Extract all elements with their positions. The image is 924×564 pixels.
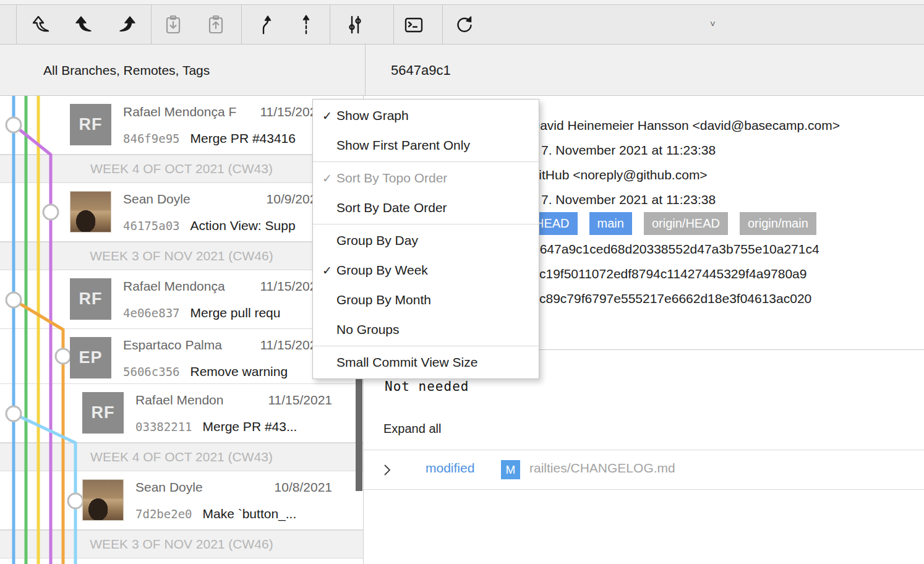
arrow-redo-icon[interactable] xyxy=(113,11,140,38)
commit-list: RFRafael Mendonça F11/15/2021846f9e95Mer… xyxy=(0,96,363,564)
toolbar-separator xyxy=(442,5,443,44)
menu-item-small-commit-view-size[interactable]: Small Commit View Size xyxy=(313,348,539,377)
week-group-header: WEEK 3 OF NOV 2021 (CW46) xyxy=(0,242,363,270)
menu-separator xyxy=(313,161,539,162)
week-group-header: WEEK 3 OF NOV 2021 (CW46) xyxy=(0,530,363,558)
arrow-undo-outline-icon[interactable] xyxy=(28,11,55,38)
commit-author-name: Rafael Mendonça xyxy=(123,279,225,294)
stash-icon[interactable] xyxy=(202,11,229,38)
week-group-header: WEEK 4 OF OCT 2021 (CW43) xyxy=(0,155,363,183)
file-row[interactable]: modified M railties/CHANGELOG.md xyxy=(364,450,924,490)
commit-row[interactable]: RFRafael Mendonça F11/15/2021846f9e95Mer… xyxy=(0,96,363,155)
commit-author: David Heinemeier Hansson <david@basecamp… xyxy=(531,118,840,133)
commit-short-hash: 846f9e95 xyxy=(123,132,180,145)
menu-separator xyxy=(313,224,539,224)
avatar-initials: RF xyxy=(70,278,111,320)
main-toolbar: ˅ xyxy=(0,5,924,45)
commit-author-name: Rafael Mendon xyxy=(135,393,223,408)
panel-divider xyxy=(365,45,366,95)
commit-row-line2: 46175a03Action View: Supp xyxy=(123,218,296,233)
avatar-initials: EP xyxy=(70,337,111,378)
commit-row-line2: 4e06e837Merge pull requ xyxy=(123,306,280,320)
commit-short-hash: 03382211 xyxy=(135,420,192,434)
menu-separator xyxy=(313,346,539,346)
avatar-initials: RF xyxy=(70,104,111,145)
commit-list-scrollbar[interactable] xyxy=(356,371,362,491)
commit-row-line2: 846f9e95Merge PR #43416 xyxy=(123,131,296,146)
ref-badge-main: main xyxy=(589,212,632,235)
week-group-header: WEEK 4 OF OCT 2021 (CW43) xyxy=(0,443,363,471)
commit-row[interactable]: Sean Doyle10/8/20217d2be2e0Make `button_… xyxy=(0,471,363,530)
menu-item-label: Small Commit View Size xyxy=(336,355,477,369)
commit-row-line2: 03382211Merge PR #43... xyxy=(135,419,297,434)
commit-message-summary: Make `button_... xyxy=(203,506,297,521)
commit-date: 11/15/2021 xyxy=(268,393,332,408)
arrow-undo-icon[interactable] xyxy=(71,11,98,38)
commit-short-hash: 5606c356 xyxy=(123,365,180,378)
commit-row[interactable]: RFRafael Mendonça11/15/20214e06e837Merge… xyxy=(0,270,363,329)
view-options-menu: ✓Show GraphShow First Parent Only✓Sort B… xyxy=(312,99,539,379)
branch-filter-label[interactable]: All Branches, Remotes, Tags xyxy=(43,45,210,96)
menu-item-group-by-month[interactable]: Group By Month xyxy=(313,285,539,315)
toolbar-separator xyxy=(393,5,394,44)
week-group-label: WEEK 4 OF OCT 2021 (CW43) xyxy=(90,161,273,176)
selected-commit-ref: 5647a9c1 xyxy=(391,45,451,96)
terminal-icon[interactable] xyxy=(400,11,427,38)
branch-bar: All Branches, Remotes, Tags ˅ 5647a9c1 xyxy=(0,45,924,96)
commit-message-summary: Merge PR #43416 xyxy=(190,131,296,145)
commit-author-name: Sean Doyle xyxy=(123,192,190,207)
commit-committer: GitHub <noreply@github.com> xyxy=(529,168,708,182)
commit-author-date: 7. November 2021 at 11:23:38 xyxy=(541,143,716,158)
refs-row: HEADmainorigin/HEADorigin/main xyxy=(527,212,816,235)
toolbar-separator xyxy=(16,5,17,44)
toolbar-separator xyxy=(241,5,242,44)
commit-author-name: Rafael Mendonça F xyxy=(123,105,236,119)
ref-badge-origin-main: origin/main xyxy=(740,212,816,235)
menu-item-show-first-parent-only[interactable]: Show First Parent Only xyxy=(313,130,539,160)
parent-hash: c19f5011072edf8794c11427445329f4a9780a9 xyxy=(539,267,806,281)
menu-item-label: Group By Month xyxy=(336,293,431,307)
commit-message-summary: Merge pull requ xyxy=(190,306,281,320)
tree-hash: c89c79f6797e555217e6662d18e3f04613ac020 xyxy=(539,291,811,306)
menu-item-label: No Groups xyxy=(336,322,400,336)
commit-short-hash: 7d2be2e0 xyxy=(135,507,192,521)
menu-item-sort-by-date-order[interactable]: Sort By Date Order xyxy=(313,193,539,223)
avatar-initials: RF xyxy=(82,392,124,434)
expand-all-link[interactable]: Expand all xyxy=(383,422,441,436)
commit-message-summary: Action View: Supp xyxy=(190,218,296,233)
avatar-photo xyxy=(70,191,111,233)
expand-chevron-icon[interactable] xyxy=(383,464,391,479)
menu-item-group-by-week[interactable]: ✓Group By Week xyxy=(313,255,539,285)
toolbar-separator xyxy=(330,5,330,44)
commit-row-line2: 7d2be2e0Make `button_... xyxy=(135,506,296,521)
menu-item-no-groups[interactable]: No Groups xyxy=(313,315,539,344)
commit-commit-date: 7. November 2021 at 11:23:38 xyxy=(541,192,716,207)
commit-author-name: Espartaco Palma xyxy=(123,338,222,352)
filter-sliders-icon[interactable]: ˅ xyxy=(341,11,369,38)
checkmark-icon: ✓ xyxy=(320,163,335,193)
merge-icon[interactable] xyxy=(253,11,280,38)
commit-short-hash: 4e06e837 xyxy=(123,306,180,320)
commit-date: 10/8/2021 xyxy=(275,480,332,495)
menu-item-label: Group By Day xyxy=(336,233,418,247)
menu-item-label: Group By Week xyxy=(336,263,428,277)
refresh-icon[interactable] xyxy=(451,11,478,38)
rebase-icon[interactable] xyxy=(293,11,320,38)
menu-item-label: Show First Parent Only xyxy=(336,138,470,152)
menu-item-label: Sort By Topo Order xyxy=(336,171,447,185)
commit-message: Not needed xyxy=(385,379,469,394)
menu-item-sort-by-topo-order[interactable]: ✓Sort By Topo Order xyxy=(313,163,539,193)
commit-row-line2: 5606c356Remove warning xyxy=(123,364,288,379)
menu-item-show-graph[interactable]: ✓Show Graph xyxy=(313,101,539,130)
week-group-label: WEEK 4 OF OCT 2021 (CW43) xyxy=(90,450,273,464)
commit-row[interactable]: Sean Doyle10/9/202146175a03Action View: … xyxy=(0,183,363,242)
commit-row[interactable]: EPEspartaco Palma11/15/20215606c356Remov… xyxy=(0,329,363,384)
chevron-down-icon: ˅ xyxy=(710,19,716,29)
toolbar-separator xyxy=(151,5,152,44)
file-path: railties/CHANGELOG.md xyxy=(529,461,675,476)
commit-row[interactable]: RFRafael Mendon11/15/202103382211Merge P… xyxy=(0,384,363,443)
commit-short-hash: 46175a03 xyxy=(123,219,180,233)
menu-item-group-by-day[interactable]: Group By Day xyxy=(313,226,539,255)
stash-pop-icon[interactable] xyxy=(160,11,187,38)
commit-author-name: Sean Doyle xyxy=(135,480,203,495)
